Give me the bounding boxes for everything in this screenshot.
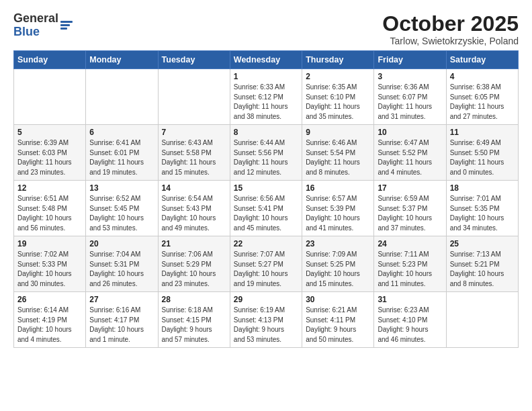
calendar-cell: 21Sunrise: 7:06 AM Sunset: 5:29 PM Dayli…	[158, 236, 230, 292]
logo-decoration	[60, 21, 73, 30]
calendar-cell: 13Sunrise: 6:52 AM Sunset: 5:45 PM Dayli…	[86, 181, 158, 236]
day-number: 23	[306, 239, 370, 248]
calendar-cell	[158, 69, 230, 125]
calendar-cell: 28Sunrise: 6:18 AM Sunset: 4:15 PM Dayli…	[158, 292, 230, 348]
day-number: 26	[17, 295, 82, 304]
calendar-cell: 22Sunrise: 7:07 AM Sunset: 5:27 PM Dayli…	[230, 236, 302, 292]
day-number: 14	[162, 183, 226, 193]
calendar-cell: 8Sunrise: 6:44 AM Sunset: 5:56 PM Daylig…	[230, 125, 302, 181]
calendar-cell: 26Sunrise: 6:14 AM Sunset: 4:19 PM Dayli…	[14, 292, 86, 348]
day-number: 5	[17, 128, 82, 137]
day-info: Sunrise: 6:19 AM Sunset: 4:13 PM Dayligh…	[234, 306, 298, 345]
logo-blue: Blue	[13, 25, 40, 38]
day-info: Sunrise: 7:04 AM Sunset: 5:31 PM Dayligh…	[89, 250, 154, 289]
day-number: 3	[378, 72, 442, 81]
title-block: October 2025 Tarlow, Swietokrzyskie, Pol…	[382, 12, 519, 46]
calendar-cell: 6Sunrise: 6:41 AM Sunset: 6:01 PM Daylig…	[86, 125, 158, 181]
day-number: 18	[450, 183, 515, 193]
day-info: Sunrise: 6:33 AM Sunset: 6:12 PM Dayligh…	[234, 83, 298, 122]
weekday-header: Friday	[374, 51, 446, 69]
day-number: 8	[234, 128, 298, 137]
calendar-cell: 23Sunrise: 7:09 AM Sunset: 5:25 PM Dayli…	[302, 236, 374, 292]
calendar-cell: 11Sunrise: 6:49 AM Sunset: 5:50 PM Dayli…	[446, 125, 518, 181]
day-number: 6	[89, 128, 154, 137]
calendar-cell: 14Sunrise: 6:54 AM Sunset: 5:43 PM Dayli…	[158, 181, 230, 236]
calendar-cell: 4Sunrise: 6:38 AM Sunset: 6:05 PM Daylig…	[446, 69, 518, 125]
day-info: Sunrise: 6:41 AM Sunset: 6:01 PM Dayligh…	[89, 138, 154, 177]
day-number: 31	[378, 295, 442, 304]
day-info: Sunrise: 6:54 AM Sunset: 5:43 PM Dayligh…	[162, 194, 226, 233]
calendar-cell: 25Sunrise: 7:13 AM Sunset: 5:21 PM Dayli…	[446, 236, 518, 292]
day-number: 28	[162, 295, 226, 304]
calendar-cell: 5Sunrise: 6:39 AM Sunset: 6:03 PM Daylig…	[14, 125, 86, 181]
day-info: Sunrise: 7:06 AM Sunset: 5:29 PM Dayligh…	[162, 250, 226, 289]
calendar-cell: 16Sunrise: 6:57 AM Sunset: 5:39 PM Dayli…	[302, 181, 374, 236]
weekday-header: Thursday	[302, 51, 374, 69]
day-info: Sunrise: 6:49 AM Sunset: 5:50 PM Dayligh…	[450, 138, 515, 177]
day-number: 2	[306, 72, 370, 81]
calendar-cell: 9Sunrise: 6:46 AM Sunset: 5:54 PM Daylig…	[302, 125, 374, 181]
day-info: Sunrise: 6:52 AM Sunset: 5:45 PM Dayligh…	[89, 194, 154, 233]
weekday-header: Wednesday	[230, 51, 302, 69]
calendar-cell: 17Sunrise: 6:59 AM Sunset: 5:37 PM Dayli…	[374, 181, 446, 236]
calendar-week-row: 12Sunrise: 6:51 AM Sunset: 5:48 PM Dayli…	[14, 181, 519, 236]
calendar-week-row: 26Sunrise: 6:14 AM Sunset: 4:19 PM Dayli…	[14, 292, 519, 348]
day-info: Sunrise: 7:09 AM Sunset: 5:25 PM Dayligh…	[306, 250, 370, 289]
calendar-cell: 27Sunrise: 6:16 AM Sunset: 4:17 PM Dayli…	[86, 292, 158, 348]
day-info: Sunrise: 6:38 AM Sunset: 6:05 PM Dayligh…	[450, 83, 515, 122]
day-number: 29	[234, 295, 298, 304]
logo-general: General	[13, 11, 58, 25]
calendar-cell: 19Sunrise: 7:02 AM Sunset: 5:33 PM Dayli…	[14, 236, 86, 292]
day-number: 1	[234, 72, 298, 81]
day-info: Sunrise: 6:43 AM Sunset: 5:58 PM Dayligh…	[162, 138, 226, 177]
calendar-cell	[86, 69, 158, 125]
day-info: Sunrise: 6:44 AM Sunset: 5:56 PM Dayligh…	[234, 138, 298, 177]
calendar-cell: 20Sunrise: 7:04 AM Sunset: 5:31 PM Dayli…	[86, 236, 158, 292]
day-info: Sunrise: 6:14 AM Sunset: 4:19 PM Dayligh…	[17, 306, 82, 345]
calendar-cell	[446, 292, 518, 348]
day-number: 30	[306, 295, 370, 304]
day-number: 10	[378, 128, 442, 137]
day-info: Sunrise: 6:35 AM Sunset: 6:10 PM Dayligh…	[306, 83, 370, 122]
calendar-cell: 29Sunrise: 6:19 AM Sunset: 4:13 PM Dayli…	[230, 292, 302, 348]
calendar-cell: 18Sunrise: 7:01 AM Sunset: 5:35 PM Dayli…	[446, 181, 518, 236]
day-number: 7	[162, 128, 226, 137]
day-number: 17	[378, 183, 442, 193]
day-info: Sunrise: 7:02 AM Sunset: 5:33 PM Dayligh…	[17, 250, 82, 289]
day-number: 19	[17, 239, 82, 248]
header: General Blue October 2025 Tarlow, Swieto…	[13, 12, 519, 46]
day-number: 21	[162, 239, 226, 248]
day-number: 22	[234, 239, 298, 248]
day-info: Sunrise: 7:01 AM Sunset: 5:35 PM Dayligh…	[450, 194, 515, 233]
day-number: 9	[306, 128, 370, 137]
day-info: Sunrise: 6:36 AM Sunset: 6:07 PM Dayligh…	[378, 83, 442, 122]
day-number: 4	[450, 72, 515, 81]
weekday-header: Tuesday	[158, 51, 230, 69]
month-title: October 2025	[382, 12, 519, 36]
day-info: Sunrise: 6:23 AM Sunset: 4:10 PM Dayligh…	[378, 306, 442, 345]
logo: General Blue	[13, 12, 73, 39]
day-info: Sunrise: 6:18 AM Sunset: 4:15 PM Dayligh…	[162, 306, 226, 345]
day-number: 12	[17, 183, 82, 193]
day-info: Sunrise: 6:21 AM Sunset: 4:11 PM Dayligh…	[306, 306, 370, 345]
calendar-week-row: 1Sunrise: 6:33 AM Sunset: 6:12 PM Daylig…	[14, 69, 519, 125]
calendar-cell: 7Sunrise: 6:43 AM Sunset: 5:58 PM Daylig…	[158, 125, 230, 181]
calendar-cell: 30Sunrise: 6:21 AM Sunset: 4:11 PM Dayli…	[302, 292, 374, 348]
day-info: Sunrise: 6:16 AM Sunset: 4:17 PM Dayligh…	[89, 306, 154, 345]
day-number: 16	[306, 183, 370, 193]
calendar-cell: 15Sunrise: 6:56 AM Sunset: 5:41 PM Dayli…	[230, 181, 302, 236]
page: General Blue October 2025 Tarlow, Swieto…	[0, 0, 532, 360]
calendar-cell	[14, 69, 86, 125]
day-number: 24	[378, 239, 442, 248]
calendar-cell: 10Sunrise: 6:47 AM Sunset: 5:52 PM Dayli…	[374, 125, 446, 181]
weekday-header-row: SundayMondayTuesdayWednesdayThursdayFrid…	[14, 51, 519, 69]
calendar-cell: 1Sunrise: 6:33 AM Sunset: 6:12 PM Daylig…	[230, 69, 302, 125]
calendar-cell: 3Sunrise: 6:36 AM Sunset: 6:07 PM Daylig…	[374, 69, 446, 125]
weekday-header: Saturday	[446, 51, 518, 69]
day-info: Sunrise: 7:13 AM Sunset: 5:21 PM Dayligh…	[450, 250, 515, 289]
calendar-cell: 31Sunrise: 6:23 AM Sunset: 4:10 PM Dayli…	[374, 292, 446, 348]
day-info: Sunrise: 7:07 AM Sunset: 5:27 PM Dayligh…	[234, 250, 298, 289]
day-number: 25	[450, 239, 515, 248]
day-number: 11	[450, 128, 515, 137]
calendar-week-row: 5Sunrise: 6:39 AM Sunset: 6:03 PM Daylig…	[14, 125, 519, 181]
